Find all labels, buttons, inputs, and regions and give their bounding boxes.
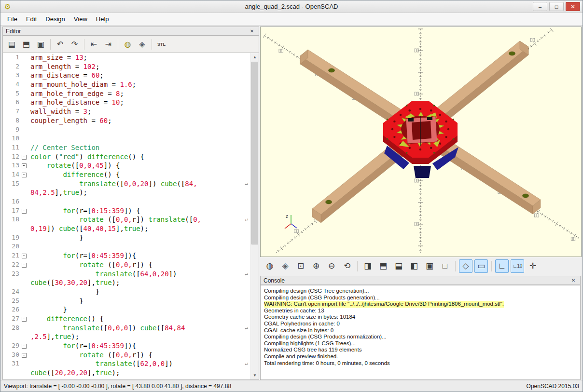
fold-gutter (21, 179, 27, 189)
fold-marker-icon[interactable] (21, 206, 27, 216)
arm-se (437, 138, 541, 214)
line-number (3, 368, 21, 378)
preview-icon[interactable]: ◍ (121, 38, 134, 51)
open-file-icon[interactable]: ⬒ (20, 38, 33, 51)
view-top-icon: ⬒ (379, 261, 387, 271)
line-number: 7 (3, 107, 21, 116)
zoom-in-icon[interactable]: ⊕ (309, 259, 323, 273)
status-version: OpenSCAD 2015.03 (527, 383, 579, 390)
console-warning-line: WARNING: Can't open import file "../../.… (264, 301, 504, 308)
editor-panel-titlebar: Editor ✕ (2, 27, 259, 36)
line-number: 13 (3, 161, 21, 170)
save-file-icon[interactable]: ▣ (34, 38, 47, 51)
new-file-icon[interactable]: ▤ (5, 38, 18, 51)
reset-view-icon: ⟲ (344, 261, 350, 271)
show-scale-icon[interactable]: ∟10 (511, 259, 524, 273)
line-number: 5 (3, 89, 21, 98)
preview-icon[interactable]: ◍ (263, 259, 277, 273)
editor-scrollbar[interactable]: ▲ ▼ (250, 53, 259, 379)
editor-close-icon[interactable]: ✕ (248, 28, 256, 34)
reset-view-icon[interactable]: ⟲ (340, 259, 354, 273)
fold-gutter (21, 359, 27, 368)
editor-panel-title: Editor (6, 28, 21, 35)
fold-marker-icon[interactable] (21, 351, 27, 360)
fold-gutter (21, 98, 27, 107)
menu-bar: FileEditDesignViewHelp (0, 13, 583, 26)
export-stl-icon[interactable]: STL (155, 38, 168, 51)
toolbar-separator (84, 39, 84, 50)
code-row: 24 } (3, 287, 259, 297)
view-bottom-icon[interactable]: ⬓ (392, 259, 405, 273)
3d-viewport[interactable]: z (260, 27, 582, 257)
fold-marker-icon[interactable] (21, 260, 27, 270)
view-back-icon: □ (443, 261, 447, 271)
fold-gutter (21, 215, 27, 224)
code-row: 31 translate([62,0,0])↵ (3, 359, 259, 368)
fold-gutter (21, 89, 27, 98)
console-line: Compiling design (CSG Products normaliza… (264, 334, 577, 340)
toolbar-separator (118, 39, 118, 50)
menu-edit[interactable]: Edit (22, 14, 41, 25)
render-icon[interactable]: ◈ (136, 38, 149, 51)
indent-icon[interactable]: ⇥ (102, 38, 115, 51)
fold-marker-icon[interactable] (21, 152, 27, 162)
fold-gutter (21, 278, 27, 287)
view-perspective-icon[interactable]: ◇ (459, 259, 472, 273)
console-line: Geometry cache size in bytes: 10184 (264, 314, 577, 321)
menu-help[interactable]: Help (92, 14, 113, 25)
code-row: 19 } (3, 233, 259, 243)
zoom-out-icon[interactable]: ⊖ (325, 259, 338, 273)
fold-gutter (21, 116, 27, 125)
redo-icon[interactable]: ↷ (68, 38, 81, 51)
fold-gutter (21, 305, 27, 314)
code-row: 17 for(r=[0:15:359]) { (3, 206, 259, 216)
console-panel-title: Console (264, 277, 285, 284)
line-number: 31 (3, 359, 21, 368)
scrollbar-thumb[interactable] (251, 62, 258, 244)
scroll-up-icon[interactable]: ▲ (251, 53, 259, 61)
show-axes-icon[interactable]: ∟ (495, 259, 509, 273)
line-number: 25 (3, 297, 21, 306)
editor-toolbar: ▤⬒▣↶↷⇤⇥◍◈STL (2, 36, 259, 53)
menu-file[interactable]: File (3, 14, 22, 25)
line-number (3, 332, 21, 341)
code-row: 11// Center Section (3, 143, 259, 152)
menu-view[interactable]: View (69, 14, 92, 25)
undo-icon[interactable]: ↶ (54, 38, 67, 51)
code-editor[interactable]: 1arm_size = 13;2arm_length = 102;3arm_di… (2, 53, 259, 380)
close-button[interactable]: ✕ (566, 2, 580, 11)
scroll-down-icon[interactable]: ▼ (251, 371, 259, 379)
title-bar[interactable]: ⚙ angle_quad_2.scad - OpenSCAD – □ ✕ (0, 0, 583, 13)
line-number: 8 (3, 116, 21, 125)
code-row: 0,19]) cube([40,40,15],true); (3, 224, 259, 233)
indent-icon: ⇥ (105, 40, 111, 49)
console-line: Compiling design (CSG Products generatio… (264, 295, 577, 301)
menu-design[interactable]: Design (41, 14, 69, 25)
show-axes-icon: ∟ (498, 261, 506, 271)
view-top-icon[interactable]: ⬒ (376, 259, 390, 273)
view-right-icon[interactable]: ◨ (361, 259, 375, 273)
fold-marker-icon[interactable] (21, 170, 27, 179)
console-line: CGAL Polyhedrons in cache: 0 (264, 321, 577, 327)
zoom-all-icon[interactable]: ⊡ (294, 259, 307, 273)
fold-marker-icon[interactable] (21, 251, 27, 260)
show-crosshair-icon[interactable]: ✛ (526, 259, 540, 273)
unindent-icon[interactable]: ⇤ (87, 38, 100, 51)
maximize-button[interactable]: □ (549, 2, 564, 11)
fold-marker-icon[interactable] (21, 314, 27, 324)
console-close-icon[interactable]: ✕ (569, 278, 577, 283)
view-back-icon[interactable]: □ (438, 259, 452, 273)
fold-marker-icon[interactable] (21, 161, 27, 170)
view-front-icon[interactable]: ▣ (423, 259, 436, 273)
render-icon: ◈ (139, 40, 145, 49)
fold-marker-icon[interactable] (21, 341, 27, 351)
line-number: 29 (3, 341, 21, 351)
axis-indicator-label: z (286, 214, 288, 219)
render-icon: ◈ (282, 261, 288, 271)
view-left-icon: ◧ (410, 261, 418, 271)
view-orthogonal-icon[interactable]: ▭ (474, 259, 488, 273)
line-number: 21 (3, 251, 21, 260)
view-left-icon[interactable]: ◧ (407, 259, 421, 273)
render-icon[interactable]: ◈ (278, 259, 292, 273)
minimize-button[interactable]: – (533, 2, 547, 11)
